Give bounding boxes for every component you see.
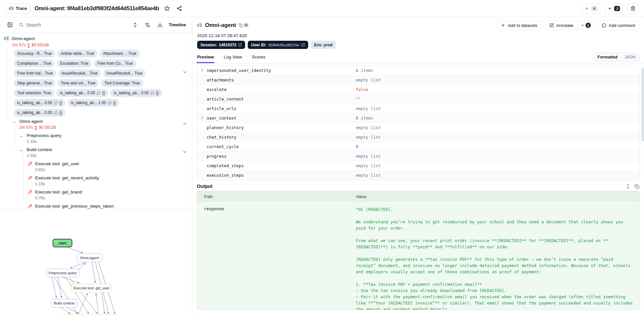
wrench-icon [27, 175, 33, 181]
score-badge[interactable]: is_talking_ab... 0.00{} [110, 89, 162, 97]
collapse-all-icon[interactable] [131, 21, 139, 29]
score-badge[interactable]: Attachment ... True [100, 50, 139, 57]
table-row[interactable]: execution_stepsempty list [197, 170, 640, 180]
trace-type-badge[interactable]: Trace [5, 4, 31, 13]
score-badge[interactable]: IssueResoluti... True [103, 69, 146, 77]
table-row[interactable]: attachmentsempty list [197, 75, 640, 85]
score-badge[interactable]: is_talking_ab... 0.00{} [14, 109, 65, 117]
chevron-down-icon[interactable] [182, 121, 187, 126]
score-badge-braces: {} [156, 91, 159, 95]
annotate-dropdown[interactable]: 1 [578, 23, 594, 28]
score-badge[interactable]: Tone and voi... True [58, 79, 99, 87]
scrollbar-thumb[interactable] [642, 68, 644, 142]
chevron-down-icon[interactable] [182, 70, 187, 75]
delete-trace-button[interactable] [627, 3, 639, 14]
score-badge[interactable]: Tool Coverage: True [101, 79, 143, 87]
score-badge[interactable]: is_talking_ab... 0.00{} [14, 99, 65, 107]
span-item[interactable]: ↔Preprocess query2.15s [0, 133, 192, 145]
star-icon[interactable] [163, 4, 171, 12]
graph-node-omni[interactable]: Omni-agent [77, 254, 102, 262]
score-badge[interactable]: Escalation: True [57, 59, 92, 67]
user-id-badge[interactable]: User ID: SDAHUSLy9f1CHo [248, 41, 308, 49]
download-icon[interactable] [156, 21, 164, 29]
chevron-down-icon[interactable] [182, 149, 187, 154]
tab-preview[interactable]: Preview [196, 51, 215, 63]
chevron-right-icon[interactable] [200, 116, 204, 120]
score-badge[interactable]: is_talking_ab... 1.00{} [68, 99, 119, 107]
output-row[interactable]: response"Hi [REDACTED], We understand yo… [197, 202, 640, 310]
list-tree-icon [197, 23, 202, 28]
span-item[interactable]: Execute tool: get_brand0.76s [0, 189, 192, 201]
span-item[interactable]: ↔Build context1.03s [0, 147, 192, 159]
table-row[interactable]: user_context6 items [197, 113, 640, 123]
span-item[interactable]: Execute tool: get_recent_activity1.15s [0, 175, 192, 187]
table-row[interactable]: impersonated_user_identity6 items [197, 66, 640, 75]
tab-log-view[interactable]: Log View [223, 51, 242, 63]
span-item[interactable]: Execute tool: get_previous_steps_taken1.… [0, 203, 192, 209]
tree-guide [23, 190, 26, 190]
timeline-button[interactable]: Timeline [169, 22, 186, 27]
format-option-formatted[interactable]: Formatted [594, 54, 621, 61]
score-badge-row: Accuracy - R... TrueArticle retrie... Tr… [14, 50, 163, 57]
score-badge-braces: {} [102, 91, 105, 95]
graph-node-getuser[interactable]: Execute tool: get_user [72, 284, 111, 292]
table-row[interactable]: article_content"" [197, 94, 640, 104]
span-duration: 0.82s [35, 167, 79, 173]
score-badge-braces: {} [59, 101, 62, 105]
row-key: chat_history [207, 135, 356, 140]
add-comment-button[interactable]: Add comment [597, 20, 639, 30]
score-badge[interactable]: Accuracy - R... True [14, 50, 55, 57]
graph-node-label: Build context [54, 301, 75, 305]
session-badge[interactable]: Session: 14910372 [197, 41, 245, 49]
output-path: response [204, 206, 356, 310]
score-badge[interactable]: Tool selection: True [14, 89, 54, 97]
agent-graph: __start__Omni-agentPreprocess queryExecu… [0, 209, 192, 315]
id-label: ID [244, 23, 248, 28]
span-item[interactable]: ↔Omni-agent2m 57s∑$0.55138 [0, 119, 192, 130]
format-option-json[interactable]: JSON [622, 54, 638, 60]
score-badge[interactable]: is_talking_ab... 0.00{} [57, 89, 108, 97]
score-badge[interactable]: Free from hal... True [14, 69, 56, 77]
tab-scores[interactable]: Scores [251, 51, 266, 63]
score-badge[interactable]: Article retrie... True [58, 50, 97, 57]
score-badge-label: is_talking_ab... 0.00 [17, 110, 52, 115]
table-row[interactable]: current_cycle0 [197, 142, 640, 151]
chevron-right-icon[interactable] [200, 68, 204, 72]
table-row[interactable]: escalatefalse [197, 85, 640, 94]
table-row[interactable]: article_urlsempty list [197, 104, 640, 113]
annotate-button[interactable]: Annotate [545, 21, 578, 30]
search-box[interactable] [19, 22, 126, 28]
trace-label: Trace [16, 6, 27, 11]
expand-icon[interactable] [626, 184, 631, 189]
score-badge[interactable]: Free from Co... True [94, 59, 136, 67]
score-badge[interactable]: IssueResoluti... True [58, 69, 101, 77]
table-row[interactable]: chat_historyempty list [197, 132, 640, 142]
span-item[interactable]: Execute tool: get_user0.82s [0, 161, 192, 173]
score-badge[interactable]: Step generat... True [14, 79, 55, 87]
copy-icon[interactable] [634, 184, 639, 189]
graph-node-prep[interactable]: Preprocess query [46, 269, 80, 277]
trace-tree-sidebar: Timeline Omni-agent 2m 57s ∑ $0.55138 Ac… [0, 17, 192, 315]
table-row[interactable]: progressempty list [197, 151, 640, 161]
score-badge-label: Attachment ... True [103, 51, 136, 56]
span-duration: 1.03s [27, 153, 52, 159]
score-badge[interactable]: Compliance ... True [14, 59, 55, 67]
row-value: false [356, 87, 640, 92]
copy-id-button[interactable]: ID [239, 23, 248, 28]
previous-trace-button[interactable]: K [582, 3, 601, 14]
output-table: Path Value response"Hi [REDACTED], We un… [196, 191, 640, 310]
span-type-icon: ↔ [19, 147, 24, 153]
collapse-panel-icon[interactable] [6, 21, 14, 29]
root-span-row[interactable]: Omni-agent [0, 35, 192, 41]
search-input[interactable] [26, 22, 126, 28]
comment-icon [108, 101, 112, 105]
share-icon[interactable] [175, 4, 183, 12]
trace-timestamp: 2025-12-16 07:26:47.820 [197, 33, 639, 38]
graph-node-build[interactable]: Build context [51, 299, 77, 307]
table-row[interactable]: planner_historyempty list [197, 123, 640, 132]
table-row[interactable]: completed_stepsempty list [197, 161, 640, 170]
add-to-datasets-button[interactable]: Add to datasets [496, 20, 541, 30]
graph-node-start[interactable]: __start__ [53, 239, 72, 247]
next-trace-button[interactable]: J [605, 3, 623, 14]
settings-icon[interactable] [144, 21, 151, 29]
